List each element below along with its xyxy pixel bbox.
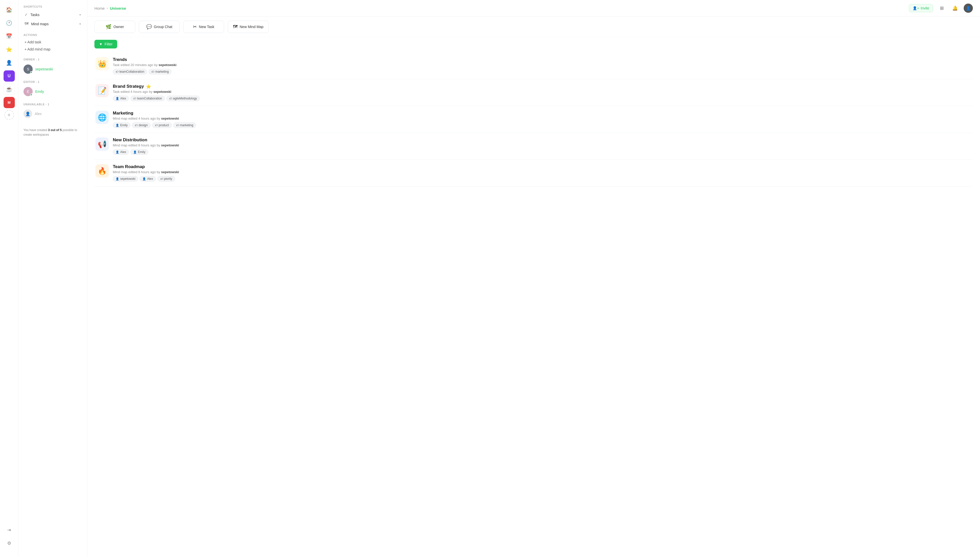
owner-label: OWNER - 1: [23, 58, 83, 61]
invite-label: Invite: [921, 6, 929, 10]
tag-icon: 🏷: [169, 97, 172, 100]
tag-icon: 🏷: [116, 70, 118, 73]
emily-avatar-wrap: E: [23, 87, 33, 96]
brand-strategy-tags: 👤 Alex 🏷 teamCollaboration 🏷 agileMethod…: [113, 96, 972, 101]
icon-bar: 🏠 🕐 📅 ⭐ 👤 U ☕ M + ⇥ ⚙: [0, 0, 18, 557]
invite-icon: 👤+: [913, 6, 919, 10]
tag-icon: 🏷: [176, 124, 179, 127]
calendar-nav-icon[interactable]: 📅: [3, 31, 15, 42]
star-nav-icon[interactable]: ⭐: [3, 44, 15, 55]
marketing-icon-wrap: 🌐: [95, 111, 109, 124]
sepetowski-name: sepetowski: [35, 67, 53, 71]
tag-icon: 🏷: [155, 124, 158, 127]
marketing-meta: Mind map edited 4 hours ago by sepetowsk…: [113, 117, 972, 121]
emily-online-dot: [30, 94, 33, 96]
member-emily[interactable]: E Emily: [23, 85, 83, 98]
invite-button[interactable]: 👤+ Invite: [909, 4, 933, 12]
list-item-team-roadmap[interactable]: 🔥 Team Roadmap Mind map edited 8 hours a…: [95, 160, 973, 186]
owner-button[interactable]: 🌿 Owner: [95, 21, 135, 33]
main-content: Home › Universe 👤+ Invite ⊞ 🔔 👤 🌿 Owner …: [87, 0, 980, 557]
workspace-java-icon[interactable]: ☕: [3, 84, 15, 95]
tag-alex: 👤 Alex: [113, 96, 129, 101]
new-mindmap-button[interactable]: 🗺 New Mind Map: [228, 21, 269, 33]
add-workspace-button[interactable]: +: [4, 110, 14, 120]
home-nav-icon[interactable]: 🏠: [3, 4, 15, 15]
tag-marketing2: 🏷 marketing: [173, 122, 196, 128]
alex-avatar-wrap: 👤: [23, 109, 32, 118]
list-item-new-distribution[interactable]: 📢 New Distribution Mind map edited 8 hou…: [95, 133, 973, 160]
new-distribution-icon-wrap: 📢: [95, 137, 109, 151]
tag-teamcollaboration: 🏷 teamCollaboration: [131, 96, 165, 101]
topbar: Home › Universe 👤+ Invite ⊞ 🔔 👤: [87, 0, 980, 16]
add-mindmap-label: + Add mind map: [24, 47, 51, 51]
team-roadmap-tags: 👤 sepetowski 👤 Alex 🏷 piority: [113, 176, 972, 182]
owner-section: OWNER - 1 S sepetowski: [23, 58, 83, 75]
tag-emily: 👤 Emily: [113, 122, 131, 128]
trends-meta: Task edited 20 minutes ago by sepetowski: [113, 63, 972, 67]
sepetowski-online-dot: [30, 71, 33, 73]
new-distribution-meta: Mind map edited 8 hours ago by sepetowsk…: [113, 143, 972, 147]
tasks-icon: ✓: [24, 12, 28, 17]
marketing-title: Marketing: [113, 111, 972, 116]
mindmaps-label: Mind maps: [31, 22, 49, 26]
list-item-brand-strategy[interactable]: 📝 Brand Strategy ⭐ Task edited 4 hours a…: [95, 79, 973, 106]
new-task-button[interactable]: ✂ New Task: [183, 21, 224, 33]
group-chat-button[interactable]: 💬 Group Chat: [139, 21, 180, 33]
emily-name: Emily: [35, 90, 44, 94]
brand-strategy-body: Brand Strategy ⭐ Task edited 4 hours ago…: [113, 84, 972, 101]
breadcrumb-separator-icon: ›: [107, 6, 108, 10]
sidebar-footer: You have created 3 out of 5 possible to …: [23, 125, 83, 137]
list-item-marketing[interactable]: 🌐 Marketing Mind map edited 4 hours ago …: [95, 106, 973, 133]
trends-body: Trends Task edited 20 minutes ago by sep…: [113, 57, 972, 75]
filter-icon: ▼: [99, 42, 103, 46]
add-task-button[interactable]: + Add task: [23, 39, 83, 46]
workspace-u-icon[interactable]: U: [3, 70, 15, 81]
logout-icon[interactable]: ⇥: [3, 524, 15, 536]
trends-icon-wrap: 👑: [95, 57, 109, 70]
member-sepetowski[interactable]: S sepetowski: [23, 63, 83, 75]
list-item-trends[interactable]: 👑 Trends Task edited 20 minutes ago by s…: [95, 52, 973, 79]
shortcuts-label: SHORTCUTS: [23, 5, 83, 8]
person-icon: 👤: [133, 150, 137, 154]
team-roadmap-body: Team Roadmap Mind map edited 8 hours ago…: [113, 164, 972, 182]
tag-icon: 🏷: [133, 97, 136, 100]
chat-icon: 💬: [146, 24, 152, 29]
add-mindmap-button[interactable]: + Add mind map: [23, 46, 83, 53]
filter-label: Filter: [105, 42, 113, 46]
user-profile-avatar[interactable]: 👤: [964, 3, 973, 13]
new-distribution-body: New Distribution Mind map edited 8 hours…: [113, 137, 972, 155]
mindmaps-chevron-icon: ▾: [79, 22, 81, 26]
user-nav-icon[interactable]: 👤: [3, 57, 15, 68]
new-task-label: New Task: [199, 25, 214, 29]
tag-icon: 🏷: [160, 177, 163, 180]
new-distribution-tags: 👤 Alex 👤 Emily: [113, 149, 972, 155]
trends-tags: 🏷 teamCollaboration 🏷 marketing: [113, 69, 972, 75]
actions-label: ACTIONS: [23, 33, 83, 36]
content-list: 👑 Trends Task edited 20 minutes ago by s…: [87, 49, 980, 557]
tag-icon: 🏷: [151, 70, 154, 73]
breadcrumb-current: Universe: [110, 6, 126, 10]
tasks-chevron-icon: ▾: [79, 13, 81, 16]
team-roadmap-title: Team Roadmap: [113, 164, 972, 169]
clock-nav-icon[interactable]: 🕐: [3, 17, 15, 29]
shortcuts-section: SHORTCUTS ✓ Tasks ▾ 🗺 Mind maps ▾: [23, 5, 83, 28]
sidebar-item-mindmaps[interactable]: 🗺 Mind maps ▾: [23, 20, 83, 28]
workspace-m-icon[interactable]: M: [3, 97, 15, 108]
person-icon: 👤: [142, 177, 146, 181]
grid-icon[interactable]: ⊞: [937, 3, 946, 13]
breadcrumb-home[interactable]: Home: [95, 6, 105, 10]
actions-section: ACTIONS + Add task + Add mind map: [23, 33, 83, 53]
member-alex[interactable]: 👤 Alex: [23, 108, 83, 120]
add-task-label: + Add task: [24, 40, 41, 44]
filter-button[interactable]: ▼ Filter: [95, 40, 117, 49]
tag-agilemethodology: 🏷 agileMethodology: [167, 96, 200, 101]
sidebar-item-tasks[interactable]: ✓ Tasks ▾: [23, 10, 83, 19]
settings-icon[interactable]: ⚙: [3, 537, 15, 549]
tag-marketing: 🏷 marketing: [149, 69, 172, 75]
tag-sepetowski: 👤 sepetowski: [113, 176, 138, 182]
group-chat-label: Group Chat: [154, 25, 172, 29]
bell-icon[interactable]: 🔔: [951, 3, 960, 13]
tag-piority: 🏷 piority: [157, 176, 175, 182]
alex-name: Alex: [35, 112, 42, 116]
brand-strategy-icon-wrap: 📝: [95, 84, 109, 97]
